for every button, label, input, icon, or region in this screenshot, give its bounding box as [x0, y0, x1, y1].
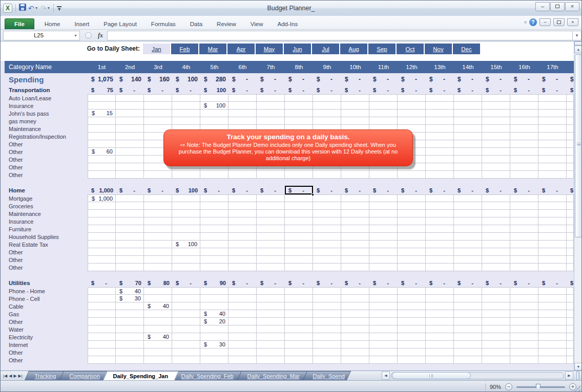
cell-utilities-total-2[interactable]: $70: [116, 278, 144, 287]
row-label-household-supplies[interactable]: Household Supplies: [5, 233, 88, 241]
cell-utilities-other-16[interactable]: [510, 356, 538, 364]
cell-utilities-total-10[interactable]: $-: [341, 278, 369, 287]
cell-transportation-gas-money-15[interactable]: [482, 117, 510, 125]
cell-utilities-cable-17[interactable]: [538, 302, 567, 310]
day-header-5th[interactable]: 5th: [200, 61, 228, 73]
cell-spending-total-17[interactable]: $-: [538, 73, 567, 85]
cell-transportation-total-13[interactable]: $-: [426, 85, 454, 94]
cell-home-real-estate-tax-12[interactable]: [398, 241, 426, 248]
cell-utilities-other-12[interactable]: [398, 349, 426, 356]
cell-utilities-internet-16[interactable]: [510, 341, 538, 349]
row-label-insurance[interactable]: Insurance: [5, 217, 88, 225]
vertical-scrollbar[interactable]: ▲ ▼: [574, 41, 582, 371]
cell-home-other-4[interactable]: [172, 248, 200, 256]
cell-transportation-other-16[interactable]: [510, 148, 538, 156]
cell-transportation-other-10[interactable]: [341, 171, 369, 179]
cell-spending-total-4[interactable]: $100: [172, 73, 200, 85]
cell-transportation-insurance-15[interactable]: [482, 102, 510, 110]
cell-transportation-john-s-bus-pass-6[interactable]: [228, 110, 257, 117]
cell-home-other-14[interactable]: [454, 256, 482, 264]
row-label-maintenance[interactable]: Maintenance: [5, 125, 88, 133]
cell-home-real-estate-tax-14[interactable]: [454, 241, 482, 248]
cell-home-groceries-5[interactable]: [200, 202, 228, 210]
cell-home-insurance-7[interactable]: [257, 217, 285, 225]
cell-transportation-john-s-bus-pass-17[interactable]: [538, 110, 567, 117]
cell-home-maintenance-10[interactable]: [341, 210, 369, 217]
expand-formula-bar-icon[interactable]: ▼: [572, 31, 581, 40]
cell-transportation-other-2[interactable]: [116, 140, 144, 148]
scroll-down-icon[interactable]: ▼: [574, 363, 582, 371]
cell-utilities-gas-12[interactable]: [398, 310, 426, 318]
cell-transportation-john-s-bus-pass-11[interactable]: [369, 110, 398, 117]
cell-utilities-other-1[interactable]: [88, 349, 116, 356]
cell-utilities-phone-home-17[interactable]: [538, 287, 567, 295]
cell-transportation-gas-money-8[interactable]: [285, 117, 313, 125]
cell-transportation-insurance-7[interactable]: [257, 102, 285, 110]
cell-transportation-auto-loan-lease-9[interactable]: [313, 94, 341, 102]
row-label-insurance[interactable]: Insurance: [5, 102, 88, 110]
cell-utilities-other-10[interactable]: [341, 349, 369, 356]
cell-home-other-17[interactable]: [538, 264, 567, 271]
cell-utilities-phone-home-9[interactable]: [313, 287, 341, 295]
cell-utilities-cable-10[interactable]: [341, 302, 369, 310]
cell-utilities-other-8[interactable]: [285, 356, 313, 364]
cell-home-real-estate-tax-6[interactable]: [228, 241, 257, 248]
cell-transportation-insurance-1[interactable]: [88, 102, 116, 110]
cell-spending-total-13[interactable]: $-: [426, 73, 454, 85]
cell-home-real-estate-tax-9[interactable]: [313, 241, 341, 248]
cell-home-household-supplies-10[interactable]: [341, 233, 369, 241]
cell-transportation-auto-loan-lease-5[interactable]: [200, 94, 228, 102]
cell-home-mortgage-16[interactable]: [510, 194, 538, 202]
cell-home-total-9[interactable]: $-: [313, 186, 341, 194]
cell-home-household-supplies-13[interactable]: [426, 233, 454, 241]
cell-transportation-other-16[interactable]: [510, 171, 538, 179]
cell-utilities-water-11[interactable]: [369, 325, 398, 333]
cell-home-other-17[interactable]: [538, 248, 567, 256]
cell-home-other-4[interactable]: [172, 256, 200, 264]
sliver-cell[interactable]: [567, 225, 574, 233]
sheet-tab-daily-spending-feb[interactable]: Daily_Spending_Feb: [171, 371, 244, 380]
cell-utilities-other-9[interactable]: [313, 356, 341, 364]
cell-spending-total-1[interactable]: $1,075: [88, 73, 116, 85]
row-label-other[interactable]: Other: [5, 356, 88, 364]
cell-home-furniture-10[interactable]: [341, 225, 369, 233]
cell-utilities-electricity-16[interactable]: [510, 333, 538, 341]
cell-home-insurance-6[interactable]: [228, 217, 257, 225]
cell-transportation-other-3[interactable]: [144, 171, 172, 179]
sliver-cell[interactable]: $: [567, 186, 574, 194]
cell-transportation-other-2[interactable]: [116, 171, 144, 179]
cell-home-maintenance-2[interactable]: [116, 210, 144, 217]
cell-home-groceries-11[interactable]: [369, 202, 398, 210]
cell-home-other-3[interactable]: [144, 256, 172, 264]
cell-home-household-supplies-8[interactable]: [285, 233, 313, 241]
cell-home-maintenance-6[interactable]: [228, 210, 257, 217]
cell-home-real-estate-tax-10[interactable]: [341, 241, 369, 248]
formula-input[interactable]: [107, 31, 572, 40]
cell-home-other-8[interactable]: [285, 264, 313, 271]
sliver-cell[interactable]: [567, 341, 574, 349]
cell-home-mortgage-9[interactable]: [313, 194, 341, 202]
cell-transportation-other-17[interactable]: [538, 148, 567, 156]
cell-utilities-electricity-4[interactable]: [172, 333, 200, 341]
cell-transportation-auto-loan-lease-7[interactable]: [257, 94, 285, 102]
cell-utilities-phone-home-4[interactable]: [172, 287, 200, 295]
month-link-apr[interactable]: Apr: [227, 43, 256, 54]
sliver-cell[interactable]: [567, 156, 574, 163]
cell-transportation-insurance-11[interactable]: [369, 102, 398, 110]
cell-utilities-gas-8[interactable]: [285, 310, 313, 318]
sliver-cell[interactable]: [567, 318, 574, 325]
row-label-gas-money[interactable]: gas money: [5, 117, 88, 125]
cell-home-other-4[interactable]: [172, 264, 200, 271]
cell-utilities-other-5[interactable]: $20: [200, 318, 228, 325]
cell-utilities-other-16[interactable]: [510, 349, 538, 356]
cell-utilities-electricity-6[interactable]: [228, 333, 257, 341]
cell-home-mortgage-2[interactable]: [116, 194, 144, 202]
sliver-cell[interactable]: [567, 233, 574, 241]
cell-home-household-supplies-16[interactable]: [510, 233, 538, 241]
cell-home-total-2[interactable]: $-: [116, 186, 144, 194]
cell-transportation-other-13[interactable]: [426, 156, 454, 163]
cell-home-other-5[interactable]: [200, 248, 228, 256]
cell-home-maintenance-8[interactable]: [285, 210, 313, 217]
cell-transportation-total-6[interactable]: $-: [228, 85, 257, 94]
day-header-17th[interactable]: 17th: [538, 61, 567, 73]
